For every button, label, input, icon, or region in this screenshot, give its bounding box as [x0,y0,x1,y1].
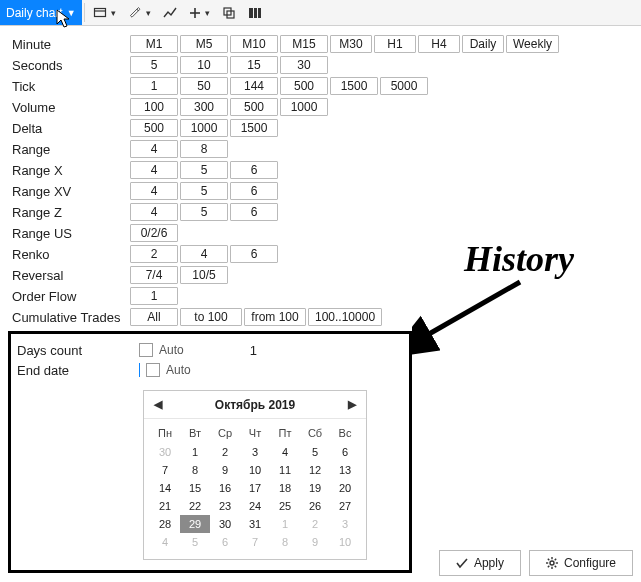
chart-type-dropdown[interactable]: Daily chart ▼ [0,0,82,25]
option-button[interactable]: 5 [180,161,228,179]
option-button[interactable]: Daily [462,35,504,53]
calendar-day[interactable]: 28 [150,515,180,533]
calendar-day[interactable]: 27 [330,497,360,515]
calendar-day[interactable]: 5 [300,443,330,461]
calendar-day[interactable]: 23 [210,497,240,515]
option-button[interactable]: 100..10000 [308,308,382,326]
calendar-day[interactable]: 11 [270,461,300,479]
calendar-day[interactable]: 9 [210,461,240,479]
calendar-day[interactable]: 29 [180,515,210,533]
option-button[interactable]: 100 [130,98,178,116]
calendar-day[interactable]: 9 [300,533,330,551]
calendar-day[interactable]: 22 [180,497,210,515]
toolbar-panel-dropdown[interactable]: ▾ [87,0,122,25]
option-button[interactable]: 1500 [230,119,278,137]
option-button[interactable]: M10 [230,35,278,53]
calendar-day[interactable]: 12 [300,461,330,479]
calendar-prev-button[interactable]: ◀ [154,398,162,411]
option-button[interactable]: 0/2/6 [130,224,178,242]
calendar-day[interactable]: 1 [180,443,210,461]
calendar-day[interactable]: 16 [210,479,240,497]
option-button[interactable]: All [130,308,178,326]
calendar-day[interactable]: 10 [240,461,270,479]
option-button[interactable]: 300 [180,98,228,116]
calendar-day[interactable]: 7 [150,461,180,479]
option-button[interactable]: 500 [130,119,178,137]
calendar-day[interactable]: 20 [330,479,360,497]
calendar-day[interactable]: 7 [240,533,270,551]
calendar-day[interactable]: 21 [150,497,180,515]
calendar-day[interactable]: 3 [240,443,270,461]
option-button[interactable]: 6 [230,161,278,179]
calendar-next-button[interactable]: ▶ [348,398,356,411]
option-button[interactable]: 8 [180,140,228,158]
option-button[interactable]: 2 [130,245,178,263]
option-button[interactable]: Weekly [506,35,559,53]
days-count-value[interactable]: 1 [250,343,257,358]
end-date-auto-checkbox[interactable] [146,363,160,377]
option-button[interactable]: 144 [230,77,278,95]
option-button[interactable]: 15 [230,56,278,74]
option-button[interactable]: 1 [130,77,178,95]
option-button[interactable]: 5000 [380,77,428,95]
calendar-day[interactable]: 2 [300,515,330,533]
option-button[interactable]: 4 [180,245,228,263]
calendar-day[interactable]: 6 [210,533,240,551]
calendar-day[interactable]: 10 [330,533,360,551]
option-button[interactable]: 1 [130,287,178,305]
option-button[interactable]: M5 [180,35,228,53]
toolbar-indicator-button[interactable] [157,0,183,25]
calendar-day[interactable]: 30 [150,443,180,461]
calendar-day[interactable]: 25 [270,497,300,515]
calendar-day[interactable]: 19 [300,479,330,497]
option-button[interactable]: 4 [130,182,178,200]
option-button[interactable]: 10 [180,56,228,74]
option-button[interactable]: M1 [130,35,178,53]
option-button[interactable]: 4 [130,161,178,179]
calendar-day[interactable]: 26 [300,497,330,515]
option-button[interactable]: to 100 [180,308,242,326]
toolbar-layout-button[interactable] [242,0,268,25]
calendar-day[interactable]: 15 [180,479,210,497]
option-button[interactable]: 5 [130,56,178,74]
calendar-day[interactable]: 3 [330,515,360,533]
apply-button[interactable]: Apply [439,550,521,576]
calendar-day[interactable]: 31 [240,515,270,533]
calendar-day[interactable]: 8 [180,461,210,479]
option-button[interactable]: 7/4 [130,266,178,284]
option-button[interactable]: M30 [330,35,372,53]
toolbar-copy-button[interactable] [216,0,242,25]
option-button[interactable]: 500 [230,98,278,116]
option-button[interactable]: 1000 [180,119,228,137]
option-button[interactable]: 5 [180,203,228,221]
option-button[interactable]: 1000 [280,98,328,116]
option-button[interactable]: 1500 [330,77,378,95]
calendar-day[interactable]: 4 [270,443,300,461]
option-button[interactable]: 30 [280,56,328,74]
calendar-day[interactable]: 6 [330,443,360,461]
option-button[interactable]: from 100 [244,308,306,326]
option-button[interactable]: 4 [130,140,178,158]
calendar-day[interactable]: 14 [150,479,180,497]
days-count-auto-checkbox[interactable] [139,343,153,357]
calendar-day[interactable]: 8 [270,533,300,551]
option-button[interactable]: M15 [280,35,328,53]
option-button[interactable]: 50 [180,77,228,95]
option-button[interactable]: H4 [418,35,460,53]
option-button[interactable]: 10/5 [180,266,228,284]
toolbar-draw-dropdown[interactable]: ▾ [122,0,157,25]
option-button[interactable]: 500 [280,77,328,95]
calendar-day[interactable]: 4 [150,533,180,551]
configure-button[interactable]: Configure [529,550,633,576]
option-button[interactable]: 6 [230,245,278,263]
calendar-day[interactable]: 18 [270,479,300,497]
calendar-day[interactable]: 1 [270,515,300,533]
calendar-day[interactable]: 13 [330,461,360,479]
option-button[interactable]: 4 [130,203,178,221]
calendar-day[interactable]: 5 [180,533,210,551]
toolbar-add-dropdown[interactable]: ▾ [183,0,216,25]
calendar-day[interactable]: 17 [240,479,270,497]
calendar-day[interactable]: 2 [210,443,240,461]
option-button[interactable]: 6 [230,203,278,221]
option-button[interactable]: 5 [180,182,228,200]
